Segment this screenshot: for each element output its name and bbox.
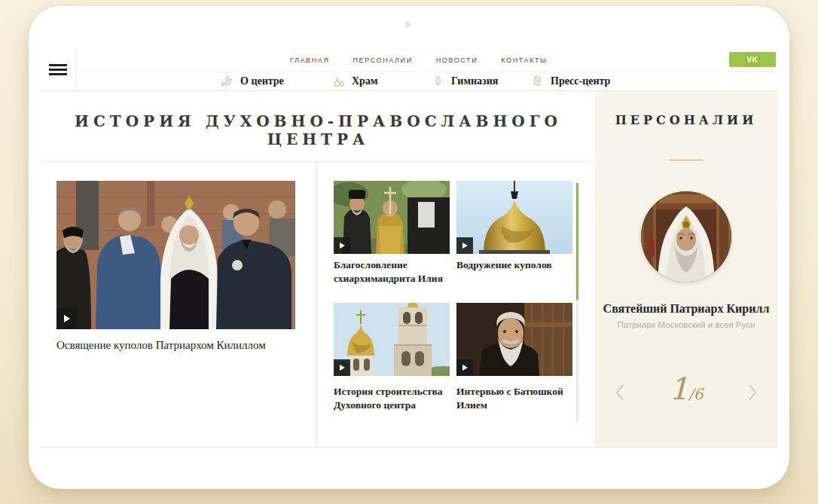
vk-social-button[interactable]: VK [729,52,776,67]
menu-item-label: Пресс-центр [551,75,610,87]
video-card[interactable] [456,303,572,376]
menu-item-press-center[interactable]: Пресс-центр [530,72,610,90]
video-caption[interactable]: Водружение куполов [456,258,569,272]
hamburger-bar [49,73,67,75]
screen-bottom-divider [41,447,777,447]
nav-link-main[interactable]: ГЛАВНАЯ [290,57,329,64]
top-navigation: ГЛАВНАЯ ПЕРСОНАЛИИ НОВОСТИ КОНТАКТЫ [290,49,548,72]
video-image [334,181,450,254]
church-domes-icon [331,74,346,88]
menu-item-label: О центре [240,75,284,87]
play-button[interactable] [456,359,473,376]
menu-item-temple[interactable]: Храм [331,72,377,90]
play-icon [462,243,468,249]
hamburger-bar [49,69,67,71]
person-role: Патриарх Московский и всея Руси [595,320,777,329]
featured-video-thumbnail[interactable] [56,181,295,329]
nav-link-news[interactable]: НОВОСТИ [436,57,478,64]
play-icon [340,243,345,249]
person-portrait [641,191,731,282]
menu-item-label: Храм [352,75,377,87]
play-button[interactable] [456,237,473,254]
menu-item-about-center[interactable]: О центре [220,72,284,90]
video-card[interactable] [334,181,450,254]
sidebar-title-underline [670,160,703,160]
next-person-button[interactable] [744,380,761,406]
persons-pagination: 1/6 [595,371,777,417]
site-screen: ГЛАВНАЯ ПЕРСОНАЛИИ НОВОСТИ КОНТАКТЫ VK О… [41,49,777,447]
tablet-frame: ГЛАВНАЯ ПЕРСОНАЛИИ НОВОСТИ КОНТАКТЫ VK О… [29,6,789,489]
hamburger-bar [49,64,67,66]
page-title: ИСТОРИЯ ДУХОВНО-ПРАВОСЛАВНОГО ЦЕНТРА [41,112,595,148]
header-separator [75,49,76,90]
nav-link-contacts[interactable]: КОНТАКТЫ [501,57,547,64]
featured-video-caption[interactable]: Освящение куполов Патриархом Килиллом [56,338,305,353]
dove-icon [220,74,234,88]
vk-icon: VK [747,56,758,64]
bell-icon [431,74,445,88]
persons-sidebar: ПЕРСОНАЛИИ [595,91,777,447]
play-button[interactable] [334,359,350,376]
video-list-scrollbar[interactable] [576,183,578,423]
video-card[interactable] [456,181,572,254]
play-icon [462,365,468,371]
video-card[interactable] [334,303,450,376]
play-button[interactable] [56,308,78,329]
hamburger-menu-button[interactable] [49,64,67,76]
press-icon [530,74,545,88]
play-icon [64,315,70,322]
video-caption[interactable]: Благословление схиархимандрита Илия [334,258,447,285]
header-divider [75,72,777,72]
portrait-image [641,191,731,282]
featured-video-image [56,181,295,329]
main-content: ИСТОРИЯ ДУХОВНО-ПРАВОСЛАВНОГО ЦЕНТРА [41,91,595,447]
menu-item-gymnasium[interactable]: Гимназия [431,72,498,90]
nav-link-persons[interactable]: ПЕРСОНАЛИИ [353,57,412,64]
play-button[interactable] [334,237,350,254]
video-image [334,303,450,376]
chevron-right-icon [748,383,757,402]
person-name: Святейший Патриарх Кирилл [595,302,777,316]
play-icon [340,365,345,371]
video-caption[interactable]: Интервью с Батюшкой Илием [456,385,569,411]
content-divider [41,161,595,162]
current-page: 1 [670,371,688,406]
video-image [456,181,572,254]
menu-item-label: Гимназия [451,75,498,87]
scrollbar-thumb[interactable] [576,183,578,300]
sidebar-title: ПЕРСОНАЛИИ [595,113,777,127]
video-caption[interactable]: История строительства Духовного центра [334,385,447,411]
video-image [456,303,572,376]
camera-dot [404,21,411,28]
total-pages: /6 [688,385,703,403]
content-divider [316,161,317,447]
